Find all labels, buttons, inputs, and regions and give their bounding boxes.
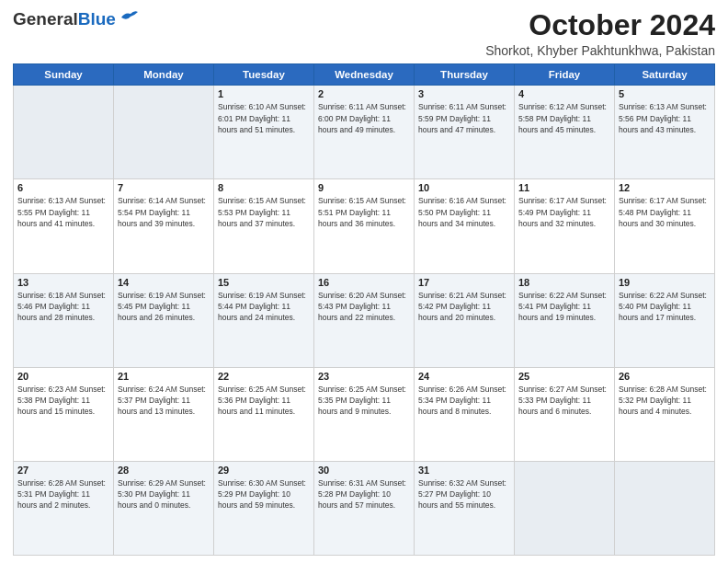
calendar-cell: 11Sunrise: 6:17 AM Sunset: 5:49 PM Dayli… bbox=[515, 179, 615, 273]
day-detail: Sunrise: 6:16 AM Sunset: 5:50 PM Dayligh… bbox=[418, 195, 510, 229]
day-number: 27 bbox=[17, 465, 109, 476]
day-number: 10 bbox=[418, 182, 510, 193]
calendar-cell: 25Sunrise: 6:27 AM Sunset: 5:33 PM Dayli… bbox=[515, 367, 615, 461]
day-number: 4 bbox=[518, 88, 610, 99]
day-header-saturday: Saturday bbox=[615, 64, 715, 86]
day-number: 23 bbox=[318, 371, 410, 382]
page: GeneralBlue October 2024 Shorkot, Khyber… bbox=[0, 0, 728, 563]
day-number: 13 bbox=[17, 277, 109, 288]
calendar-cell: 9Sunrise: 6:15 AM Sunset: 5:51 PM Daylig… bbox=[314, 179, 415, 273]
day-number: 8 bbox=[218, 182, 310, 193]
day-number: 9 bbox=[318, 182, 410, 193]
calendar-cell: 7Sunrise: 6:14 AM Sunset: 5:54 PM Daylig… bbox=[114, 179, 214, 273]
day-detail: Sunrise: 6:20 AM Sunset: 5:43 PM Dayligh… bbox=[318, 290, 410, 324]
calendar-cell: 31Sunrise: 6:32 AM Sunset: 5:27 PM Dayli… bbox=[415, 461, 515, 555]
calendar-week-row: 6Sunrise: 6:13 AM Sunset: 5:55 PM Daylig… bbox=[14, 179, 715, 273]
day-detail: Sunrise: 6:17 AM Sunset: 5:48 PM Dayligh… bbox=[619, 195, 711, 229]
day-detail: Sunrise: 6:22 AM Sunset: 5:41 PM Dayligh… bbox=[518, 290, 610, 324]
day-detail: Sunrise: 6:25 AM Sunset: 5:36 PM Dayligh… bbox=[218, 384, 310, 418]
day-header-wednesday: Wednesday bbox=[314, 64, 415, 86]
day-number: 14 bbox=[118, 277, 210, 288]
calendar-cell: 14Sunrise: 6:19 AM Sunset: 5:45 PM Dayli… bbox=[114, 273, 214, 367]
calendar-cell bbox=[615, 461, 715, 555]
calendar-cell: 24Sunrise: 6:26 AM Sunset: 5:34 PM Dayli… bbox=[415, 367, 515, 461]
calendar-cell: 4Sunrise: 6:12 AM Sunset: 5:58 PM Daylig… bbox=[515, 86, 615, 179]
day-detail: Sunrise: 6:18 AM Sunset: 5:46 PM Dayligh… bbox=[17, 290, 109, 324]
day-detail: Sunrise: 6:14 AM Sunset: 5:54 PM Dayligh… bbox=[118, 195, 210, 229]
calendar-cell bbox=[515, 461, 615, 555]
day-number: 3 bbox=[418, 88, 510, 99]
day-detail: Sunrise: 6:13 AM Sunset: 5:55 PM Dayligh… bbox=[17, 195, 109, 229]
logo-bird-icon bbox=[118, 10, 138, 25]
day-detail: Sunrise: 6:23 AM Sunset: 5:38 PM Dayligh… bbox=[17, 384, 109, 418]
day-number: 26 bbox=[619, 371, 711, 382]
header: GeneralBlue October 2024 Shorkot, Khyber… bbox=[13, 9, 715, 58]
day-detail: Sunrise: 6:11 AM Sunset: 6:00 PM Dayligh… bbox=[318, 101, 410, 135]
day-detail: Sunrise: 6:31 AM Sunset: 5:28 PM Dayligh… bbox=[318, 477, 410, 511]
day-detail: Sunrise: 6:21 AM Sunset: 5:42 PM Dayligh… bbox=[418, 290, 510, 324]
day-detail: Sunrise: 6:19 AM Sunset: 5:45 PM Dayligh… bbox=[118, 290, 210, 324]
calendar-cell: 1Sunrise: 6:10 AM Sunset: 6:01 PM Daylig… bbox=[214, 86, 314, 179]
day-number: 15 bbox=[218, 277, 310, 288]
day-detail: Sunrise: 6:28 AM Sunset: 5:31 PM Dayligh… bbox=[17, 477, 109, 511]
day-detail: Sunrise: 6:15 AM Sunset: 5:51 PM Dayligh… bbox=[318, 195, 410, 229]
day-header-thursday: Thursday bbox=[415, 64, 515, 86]
day-number: 24 bbox=[418, 371, 510, 382]
calendar-cell: 6Sunrise: 6:13 AM Sunset: 5:55 PM Daylig… bbox=[14, 179, 114, 273]
calendar-cell: 28Sunrise: 6:29 AM Sunset: 5:30 PM Dayli… bbox=[114, 461, 214, 555]
day-detail: Sunrise: 6:26 AM Sunset: 5:34 PM Dayligh… bbox=[418, 384, 510, 418]
calendar-cell: 30Sunrise: 6:31 AM Sunset: 5:28 PM Dayli… bbox=[314, 461, 415, 555]
day-number: 16 bbox=[318, 277, 410, 288]
calendar-table: SundayMondayTuesdayWednesdayThursdayFrid… bbox=[13, 63, 715, 556]
day-number: 28 bbox=[118, 465, 210, 476]
calendar-cell: 10Sunrise: 6:16 AM Sunset: 5:50 PM Dayli… bbox=[415, 179, 515, 273]
day-number: 11 bbox=[518, 182, 610, 193]
title-area: October 2024 Shorkot, Khyber Pakhtunkhwa… bbox=[485, 9, 715, 58]
day-number: 20 bbox=[17, 371, 109, 382]
day-number: 29 bbox=[218, 465, 310, 476]
calendar-week-row: 27Sunrise: 6:28 AM Sunset: 5:31 PM Dayli… bbox=[14, 461, 715, 555]
day-detail: Sunrise: 6:11 AM Sunset: 5:59 PM Dayligh… bbox=[418, 101, 510, 135]
day-number: 30 bbox=[318, 465, 410, 476]
calendar-cell: 26Sunrise: 6:28 AM Sunset: 5:32 PM Dayli… bbox=[615, 367, 715, 461]
day-detail: Sunrise: 6:22 AM Sunset: 5:40 PM Dayligh… bbox=[619, 290, 711, 324]
calendar-cell: 19Sunrise: 6:22 AM Sunset: 5:40 PM Dayli… bbox=[615, 273, 715, 367]
calendar-cell: 23Sunrise: 6:25 AM Sunset: 5:35 PM Dayli… bbox=[314, 367, 415, 461]
calendar-cell: 16Sunrise: 6:20 AM Sunset: 5:43 PM Dayli… bbox=[314, 273, 415, 367]
day-detail: Sunrise: 6:12 AM Sunset: 5:58 PM Dayligh… bbox=[518, 101, 610, 135]
day-detail: Sunrise: 6:17 AM Sunset: 5:49 PM Dayligh… bbox=[518, 195, 610, 229]
day-number: 22 bbox=[218, 371, 310, 382]
day-detail: Sunrise: 6:10 AM Sunset: 6:01 PM Dayligh… bbox=[218, 101, 310, 135]
day-number: 17 bbox=[418, 277, 510, 288]
day-detail: Sunrise: 6:30 AM Sunset: 5:29 PM Dayligh… bbox=[218, 477, 310, 511]
calendar-cell: 22Sunrise: 6:25 AM Sunset: 5:36 PM Dayli… bbox=[214, 367, 314, 461]
day-header-tuesday: Tuesday bbox=[214, 64, 314, 86]
day-number: 1 bbox=[218, 88, 310, 99]
calendar-cell bbox=[14, 86, 114, 179]
day-detail: Sunrise: 6:32 AM Sunset: 5:27 PM Dayligh… bbox=[418, 477, 510, 511]
day-detail: Sunrise: 6:15 AM Sunset: 5:53 PM Dayligh… bbox=[218, 195, 310, 229]
calendar-header-row: SundayMondayTuesdayWednesdayThursdayFrid… bbox=[14, 64, 715, 86]
calendar-cell bbox=[114, 86, 214, 179]
calendar-cell: 15Sunrise: 6:19 AM Sunset: 5:44 PM Dayli… bbox=[214, 273, 314, 367]
day-number: 21 bbox=[118, 371, 210, 382]
calendar-week-row: 20Sunrise: 6:23 AM Sunset: 5:38 PM Dayli… bbox=[14, 367, 715, 461]
calendar-cell: 29Sunrise: 6:30 AM Sunset: 5:29 PM Dayli… bbox=[214, 461, 314, 555]
day-header-friday: Friday bbox=[515, 64, 615, 86]
day-header-sunday: Sunday bbox=[14, 64, 114, 86]
month-title: October 2024 bbox=[485, 9, 715, 41]
calendar-cell: 3Sunrise: 6:11 AM Sunset: 5:59 PM Daylig… bbox=[415, 86, 515, 179]
calendar-week-row: 1Sunrise: 6:10 AM Sunset: 6:01 PM Daylig… bbox=[14, 86, 715, 179]
calendar-cell: 8Sunrise: 6:15 AM Sunset: 5:53 PM Daylig… bbox=[214, 179, 314, 273]
day-detail: Sunrise: 6:19 AM Sunset: 5:44 PM Dayligh… bbox=[218, 290, 310, 324]
logo-text: GeneralBlue bbox=[13, 9, 116, 29]
day-number: 31 bbox=[418, 465, 510, 476]
day-number: 2 bbox=[318, 88, 410, 99]
day-detail: Sunrise: 6:28 AM Sunset: 5:32 PM Dayligh… bbox=[619, 384, 711, 418]
calendar-week-row: 13Sunrise: 6:18 AM Sunset: 5:46 PM Dayli… bbox=[14, 273, 715, 367]
day-detail: Sunrise: 6:24 AM Sunset: 5:37 PM Dayligh… bbox=[118, 384, 210, 418]
day-number: 19 bbox=[619, 277, 711, 288]
day-number: 5 bbox=[619, 88, 711, 99]
day-number: 7 bbox=[118, 182, 210, 193]
day-number: 18 bbox=[518, 277, 610, 288]
